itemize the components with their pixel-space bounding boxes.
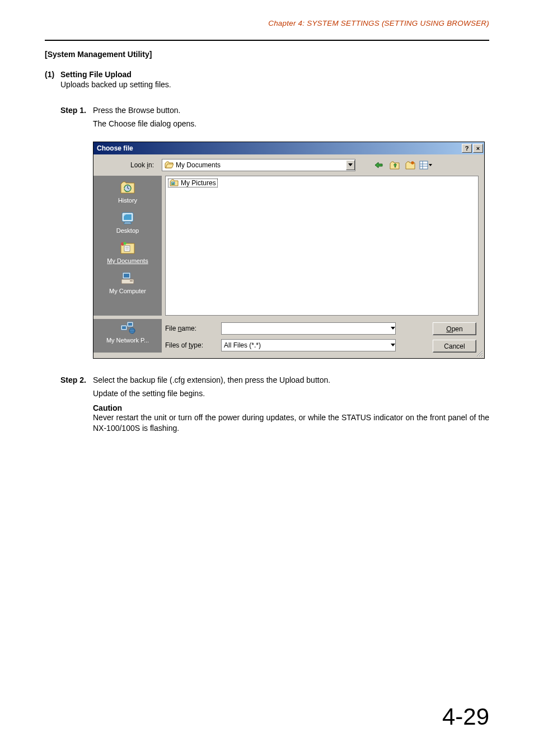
step-text: Press the Browse button.: [93, 106, 180, 115]
help-button[interactable]: ?: [462, 144, 472, 153]
dropdown-arrow-icon[interactable]: [391, 344, 395, 347]
new-folder-button[interactable]: [404, 159, 417, 171]
back-button[interactable]: [372, 159, 386, 171]
place-my-network[interactable]: My Network P...: [106, 319, 149, 344]
svg-rect-23: [122, 326, 126, 329]
look-in-value: My Documents: [176, 161, 221, 169]
look-in-label: Look in:: [99, 161, 157, 169]
step-subtext: The Choose file dialog opens.: [93, 119, 489, 128]
place-my-documents[interactable]: My Documents: [93, 240, 162, 264]
close-button[interactable]: ×: [473, 144, 483, 153]
files-of-type-combobox[interactable]: All Files (*.*): [221, 339, 396, 351]
place-history[interactable]: History: [93, 179, 162, 204]
chapter-header: Chapter 4: SYSTEM SETTINGS (SETTING USIN…: [45, 19, 489, 27]
step-label: Step 1.: [60, 106, 93, 115]
caution-block: Caution Never restart the unit or turn o…: [93, 403, 489, 434]
pictures-folder-icon: [170, 179, 179, 187]
step-label: Step 2.: [60, 375, 93, 384]
item-title: Setting File Upload: [60, 70, 171, 79]
history-icon: [118, 179, 137, 196]
file-name-label: File name:: [165, 325, 216, 332]
files-of-type-value: All Files (*.*): [224, 341, 261, 349]
files-of-type-row: Files of type: All Files (*.*): [165, 339, 419, 351]
step-subtext: Update of the setting file begins.: [93, 389, 489, 398]
look-in-combobox[interactable]: My Documents: [162, 159, 355, 171]
file-item-my-pictures[interactable]: My Pictures: [168, 179, 218, 187]
header-rule: [45, 40, 489, 41]
cancel-button[interactable]: Cancel: [433, 340, 476, 353]
folder-open-icon: [165, 161, 174, 169]
numbered-item: (1) Setting File Upload Uploads backed u…: [45, 70, 489, 89]
file-item-label: My Pictures: [181, 179, 216, 187]
resize-grip-icon[interactable]: [475, 349, 483, 357]
files-of-type-label: Files of type:: [165, 341, 216, 349]
my-computer-icon: [118, 270, 137, 287]
dropdown-arrow-icon[interactable]: [391, 327, 395, 330]
item-number: (1): [45, 70, 60, 89]
svg-rect-19: [130, 280, 133, 281]
dialog-titlebar[interactable]: Choose file ? ×: [93, 142, 484, 154]
step-text: Select the backup file (.cfg extension),…: [93, 375, 330, 384]
dialog-title: Choose file: [97, 144, 133, 152]
choose-file-dialog: Choose file ? × Look in: My Documents: [93, 142, 485, 359]
file-name-combobox[interactable]: [221, 322, 396, 335]
svg-rect-4: [420, 161, 428, 169]
look-in-row: Look in: My Documents: [93, 154, 484, 176]
place-my-computer[interactable]: My Computer: [93, 270, 162, 294]
my-documents-icon: [118, 240, 137, 256]
section-heading: [System Management Utility]: [45, 50, 489, 59]
step-2: Step 2. Select the backup file (.cfg ext…: [60, 375, 489, 398]
dropdown-arrow-icon[interactable]: [346, 160, 355, 170]
up-one-level-button[interactable]: [388, 159, 401, 171]
file-name-row: File name:: [165, 322, 419, 335]
step-1: Step 1. Press the Browse button. The Cho…: [60, 106, 489, 128]
svg-line-33: [482, 356, 483, 356]
view-menu-button[interactable]: [419, 159, 433, 171]
desktop-icon: [118, 209, 137, 226]
svg-rect-25: [128, 323, 132, 326]
my-network-icon: [118, 319, 137, 336]
places-bar-bottom: My Network P...: [93, 319, 162, 353]
page-number: 4-29: [442, 703, 489, 730]
svg-rect-11: [124, 246, 130, 251]
svg-point-15: [124, 242, 127, 245]
svg-rect-17: [124, 274, 129, 278]
caution-title: Caution: [93, 403, 489, 412]
caution-text: Never restart the unit or turn off the p…: [93, 412, 489, 434]
file-list[interactable]: My Pictures: [165, 176, 479, 316]
place-desktop[interactable]: Desktop: [93, 209, 162, 234]
open-button[interactable]: Open: [433, 322, 476, 335]
item-description: Uploads backed up setting files.: [60, 80, 171, 89]
places-bar: History Desktop My Documents: [93, 176, 162, 316]
